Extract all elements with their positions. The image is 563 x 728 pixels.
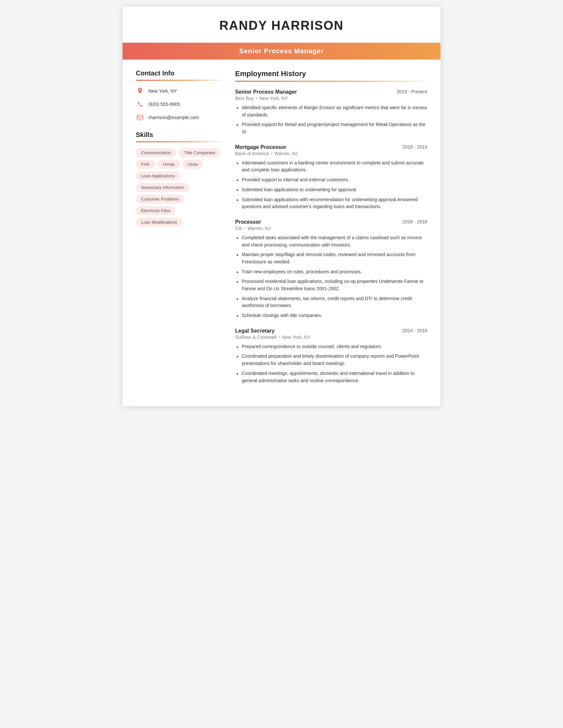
svg-rect-0 (137, 115, 143, 120)
contact-location-text: New York, NY (148, 88, 177, 94)
skill-tag: Loan Modifications (136, 218, 182, 227)
header-section: RANDY HARRISON (122, 7, 441, 38)
bullet-item: Prepared correspondence to outside couns… (235, 343, 427, 350)
bullet-item: Maintain proper stop/flags and removal c… (235, 251, 427, 265)
skill-tag: Communication (136, 148, 176, 157)
job-block: Mortgage Processor2018 - 2019Bank of Ame… (235, 144, 427, 210)
job-block: Senior Process Manager2019 - PresentBest… (235, 89, 427, 136)
contact-email-text: rharrison@example.com (148, 115, 199, 120)
jobs-list: Senior Process Manager2019 - PresentBest… (235, 89, 427, 384)
job-bullets: Identified specific elements of Margin E… (235, 104, 427, 136)
job-company: Sullivan & Cromwell•New York, NY (235, 335, 427, 340)
phone-icon (136, 100, 144, 109)
job-dates: 2016 - 2018 (402, 219, 427, 224)
skill-tag: FHA (136, 160, 155, 169)
contact-email: rharrison@example.com (136, 113, 222, 122)
company-name: Bank of America (235, 151, 269, 156)
contact-section: Contact Info New York, NY (136, 69, 222, 122)
job-header: Legal Secretary2014 - 2016 (235, 328, 427, 334)
skill-tag: Customer Problems (136, 195, 184, 204)
skills-section-title: Skills (136, 131, 222, 139)
bullet-item: Provided support to internal and externa… (235, 176, 427, 184)
skill-tag: Title Companies (179, 148, 220, 157)
skill-tag: Electronic Files (136, 206, 175, 215)
company-location: Warren, NJ (274, 151, 298, 156)
company-location: New York, NY (282, 335, 310, 340)
bullet-item: Coordinated meetings, appointments, dome… (235, 370, 427, 384)
contact-location: New York, NY (136, 87, 222, 95)
location-icon (136, 87, 144, 95)
company-location: New York, NY (259, 96, 288, 101)
contact-section-title: Contact Info (136, 69, 222, 77)
skill-tag: Usda (182, 160, 203, 169)
job-block: Processor2016 - 2018Citi•Warren, NJCompl… (235, 219, 427, 319)
left-column: Contact Info New York, NY (136, 69, 222, 393)
job-dates: 2018 - 2019 (402, 144, 427, 150)
bullet-item: Identified specific elements of Margin E… (235, 104, 427, 118)
bullet-item: Schedule closings with title companies. (235, 312, 427, 319)
bullet-item: Interviewed customers in a banking cente… (235, 159, 427, 174)
employment-section-title: Employment History (235, 69, 427, 78)
body-section: Contact Info New York, NY (122, 60, 441, 406)
separator: • (271, 151, 272, 156)
skill-tag: Hmda (158, 160, 180, 169)
skill-tag: Loan Applications (136, 171, 180, 180)
separator: • (256, 96, 257, 101)
company-name: Citi (235, 226, 242, 231)
job-company: Best Buy•New York, NY (235, 96, 427, 101)
job-header: Mortgage Processor2018 - 2019 (235, 144, 427, 150)
company-name: Best Buy (235, 96, 254, 101)
bullet-item: Train new employees on rules, procedures… (235, 268, 427, 276)
email-icon (136, 113, 144, 122)
employment-divider (235, 81, 427, 82)
candidate-name: RANDY HARRISON (122, 19, 441, 33)
right-column: Employment History Senior Process Manage… (235, 69, 427, 393)
job-dates: 2014 - 2016 (402, 328, 427, 333)
bullet-item: Analyze financial statements, tax return… (235, 295, 427, 309)
contact-phone-text: (920) 555-9905 (148, 102, 180, 107)
separator: • (278, 335, 280, 340)
bullet-item: Provided support for Retail and program/… (235, 121, 427, 135)
resume-container: RANDY HARRISON Senior Process Manager Co… (122, 7, 441, 406)
job-header: Senior Process Manager2019 - Present (235, 89, 427, 95)
job-title: Mortgage Processor (235, 144, 287, 150)
skill-tag: Necessary Information (136, 183, 189, 192)
company-name: Sullivan & Cromwell (235, 335, 276, 340)
job-dates: 2019 - Present (397, 89, 427, 94)
contact-phone: (920) 555-9905 (136, 100, 222, 109)
bullet-item: Processed residential loan applications,… (235, 278, 427, 292)
bullet-item: Coordinated preparation and timely disse… (235, 353, 427, 367)
job-title: Legal Secretary (235, 328, 274, 334)
bullet-item: Submitted loan applications with recomme… (235, 196, 427, 210)
job-title: Processor (235, 219, 261, 225)
job-header: Processor2016 - 2018 (235, 219, 427, 225)
separator: • (244, 226, 245, 231)
skills-divider (136, 141, 222, 142)
title-banner: Senior Process Manager (122, 43, 441, 60)
company-location: Warren, NJ (247, 226, 270, 231)
job-title: Senior Process Manager (235, 89, 297, 95)
job-bullets: Interviewed customers in a banking cente… (235, 159, 427, 210)
job-company: Citi•Warren, NJ (235, 226, 427, 231)
job-bullets: Completed tasks associated with the mana… (235, 234, 427, 319)
job-block: Legal Secretary2014 - 2016Sullivan & Cro… (235, 328, 427, 384)
contact-divider (136, 80, 222, 81)
bullet-item: Submitted loan applications to underwrit… (235, 186, 427, 194)
skill-tags-container: CommunicationTitle CompaniesFHAHmdaUsdaL… (136, 148, 222, 227)
bullet-item: Completed tasks associated with the mana… (235, 234, 427, 249)
skills-section: Skills CommunicationTitle CompaniesFHAHm… (136, 131, 222, 227)
job-title-banner: Senior Process Manager (239, 47, 324, 55)
job-company: Bank of America•Warren, NJ (235, 151, 427, 156)
job-bullets: Prepared correspondence to outside couns… (235, 343, 427, 384)
